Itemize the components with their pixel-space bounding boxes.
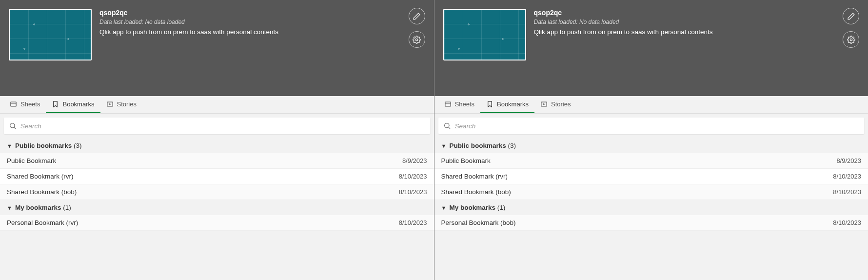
svg-point-4 [10, 123, 15, 128]
search-bar[interactable] [4, 118, 430, 134]
bookmark-row[interactable]: Personal Bookmark (bob) 8/10/2023 [434, 215, 868, 231]
search-input[interactable] [20, 122, 425, 130]
edit-button[interactable] [843, 8, 859, 24]
pencil-icon [847, 12, 855, 20]
bookmark-row[interactable]: Shared Bookmark (bob) 8/10/2023 [0, 184, 434, 200]
app-header: qsop2qc Data last loaded: No data loaded… [434, 0, 868, 96]
bookmark-label: Shared Bookmark (rvr) [441, 173, 508, 180]
bookmark-label: Shared Bookmark (bob) [7, 188, 77, 196]
bookmark-label: Public Bookmark [7, 157, 56, 164]
tab-bookmarks[interactable]: Bookmarks [46, 96, 100, 113]
bookmark-date: 8/10/2023 [399, 188, 427, 196]
tab-bookmarks-label: Bookmarks [497, 100, 529, 108]
app-header: qsop2qc Data last loaded: No data loaded… [0, 0, 434, 96]
bookmark-row[interactable]: Shared Bookmark (rvr) 8/10/2023 [434, 169, 868, 184]
tab-bookmarks-label: Bookmarks [62, 100, 94, 108]
app-subtitle: Data last loaded: No data loaded [99, 19, 425, 25]
sheets-icon [10, 100, 17, 108]
app-thumbnail[interactable] [443, 9, 526, 60]
tab-sheets[interactable]: Sheets [4, 96, 46, 113]
bookmark-row[interactable]: Shared Bookmark (bob) 8/10/2023 [434, 184, 868, 200]
section-count: (1) [497, 204, 506, 211]
chevron-down-icon: ▼ [441, 143, 447, 149]
svg-line-5 [14, 127, 16, 129]
edit-button[interactable] [409, 8, 425, 24]
section-count: (3) [74, 142, 82, 149]
app-description: Qlik app to push from on prem to saas wi… [534, 28, 860, 36]
svg-marker-3 [109, 103, 111, 105]
bookmark-list: ▼ Public bookmarks (3) Public Bookmark 8… [0, 138, 434, 231]
tab-stories[interactable]: Stories [534, 96, 576, 113]
tab-stories[interactable]: Stories [100, 96, 142, 113]
bookmark-row[interactable]: Public Bookmark 8/9/2023 [434, 153, 868, 169]
chevron-down-icon: ▼ [7, 205, 12, 211]
bookmark-icon [52, 100, 59, 108]
section-header-my[interactable]: ▼ My bookmarks (1) [0, 200, 434, 215]
svg-point-0 [415, 39, 417, 40]
section-count: (3) [508, 142, 516, 149]
svg-line-11 [449, 127, 450, 129]
bookmark-date: 8/9/2023 [836, 157, 861, 164]
app-description: Qlik app to push from on prem to saas wi… [99, 28, 425, 36]
root: qsop2qc Data last loaded: No data loaded… [0, 0, 868, 280]
section-title: Public bookmarks [15, 142, 72, 149]
search-icon [9, 122, 17, 130]
settings-button[interactable] [843, 31, 859, 48]
tab-sheets-label: Sheets [20, 100, 40, 108]
section-title: My bookmarks [15, 204, 61, 211]
gear-icon [413, 36, 421, 44]
section-header-public[interactable]: ▼ Public bookmarks (3) [0, 138, 434, 153]
bookmark-row[interactable]: Public Bookmark 8/9/2023 [0, 153, 434, 169]
svg-point-10 [444, 123, 449, 128]
panel-left: qsop2qc Data last loaded: No data loaded… [0, 0, 434, 280]
bookmark-label: Personal Bookmark (bob) [441, 219, 516, 226]
settings-button[interactable] [409, 31, 425, 48]
bookmark-label: Public Bookmark [441, 157, 491, 164]
sheets-icon [444, 100, 452, 108]
section-count: (1) [63, 204, 71, 211]
panel-right: qsop2qc Data last loaded: No data loaded… [434, 0, 868, 280]
gear-icon [847, 36, 855, 44]
app-title: qsop2qc [99, 9, 425, 17]
section-header-public[interactable]: ▼ Public bookmarks (3) [434, 138, 868, 153]
bookmark-row[interactable]: Personal Bookmark (rvr) 8/10/2023 [0, 215, 434, 231]
bookmark-label: Shared Bookmark (rvr) [7, 173, 74, 180]
svg-rect-7 [445, 102, 450, 106]
bookmark-label: Personal Bookmark (rvr) [7, 219, 78, 226]
search-bar[interactable] [438, 118, 865, 134]
pencil-icon [413, 12, 421, 20]
svg-marker-9 [543, 103, 545, 105]
tab-bookmarks[interactable]: Bookmarks [480, 96, 534, 113]
app-title: qsop2qc [534, 9, 860, 17]
header-actions [843, 8, 859, 48]
chevron-down-icon: ▼ [441, 205, 447, 211]
header-actions [409, 8, 425, 48]
bookmark-row[interactable]: Shared Bookmark (rvr) 8/10/2023 [0, 169, 434, 184]
app-subtitle: Data last loaded: No data loaded [534, 19, 860, 25]
tabs: Sheets Bookmarks Stories [0, 96, 434, 114]
svg-rect-1 [11, 102, 16, 106]
bookmark-list: ▼ Public bookmarks (3) Public Bookmark 8… [434, 138, 868, 231]
tab-sheets[interactable]: Sheets [438, 96, 480, 113]
section-title: My bookmarks [449, 204, 495, 211]
bookmark-label: Shared Bookmark (bob) [441, 188, 511, 196]
bookmark-date: 8/10/2023 [833, 188, 861, 196]
tab-stories-label: Stories [551, 100, 571, 108]
svg-point-6 [850, 39, 852, 40]
bookmark-date: 8/10/2023 [399, 173, 427, 180]
stories-icon [540, 100, 548, 108]
tab-sheets-label: Sheets [455, 100, 474, 108]
app-meta: qsop2qc Data last loaded: No data loaded… [99, 9, 425, 77]
bookmark-date: 8/9/2023 [402, 157, 427, 164]
section-title: Public bookmarks [449, 142, 506, 149]
section-header-my[interactable]: ▼ My bookmarks (1) [434, 200, 868, 215]
bookmark-date: 8/10/2023 [833, 219, 861, 226]
search-input[interactable] [455, 122, 860, 130]
tab-stories-label: Stories [117, 100, 137, 108]
chevron-down-icon: ▼ [7, 143, 12, 149]
bookmark-date: 8/10/2023 [399, 219, 427, 226]
bookmark-icon [486, 100, 493, 108]
search-icon [443, 122, 451, 130]
tabs: Sheets Bookmarks Stories [434, 96, 868, 114]
app-thumbnail[interactable] [9, 9, 92, 60]
